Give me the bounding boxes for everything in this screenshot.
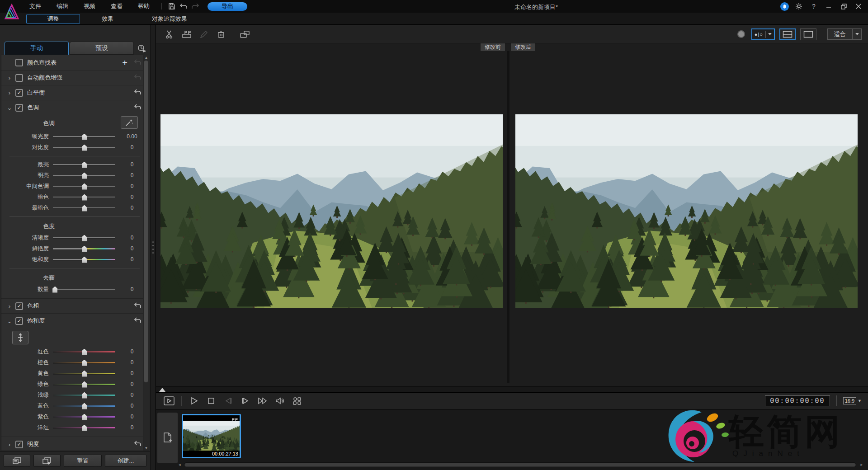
slider-track[interactable]: [53, 144, 115, 151]
chevron-right-icon[interactable]: ›: [6, 303, 13, 310]
slider-thumb[interactable]: [82, 392, 87, 399]
section-row-lightness[interactable]: › ✓ 明度: [1, 437, 149, 451]
slider-thumb[interactable]: [82, 403, 87, 409]
color-sample-icon[interactable]: [736, 29, 747, 40]
save-icon[interactable]: [166, 1, 178, 11]
playhead-icon[interactable]: [159, 388, 165, 392]
slider-track[interactable]: [53, 183, 115, 190]
minimize-icon[interactable]: [824, 1, 834, 11]
slider-thumb[interactable]: [82, 381, 87, 388]
slider-track[interactable]: [53, 424, 115, 431]
scrollbar-thumb[interactable]: [185, 463, 855, 466]
help-icon[interactable]: ?: [809, 1, 819, 11]
tab-adjust[interactable]: 调整: [26, 14, 80, 24]
reset-icon[interactable]: [134, 440, 142, 448]
split-view-button[interactable]: [779, 28, 796, 40]
draw-pen-icon[interactable]: [197, 28, 211, 41]
slider-thumb[interactable]: [82, 371, 87, 377]
reset-icon[interactable]: [134, 89, 142, 97]
checkbox-unchecked[interactable]: [15, 59, 23, 66]
scroll-down-icon[interactable]: ▼: [143, 446, 149, 450]
checkbox-checked[interactable]: ✓: [15, 441, 23, 448]
slider-track[interactable]: [53, 172, 115, 179]
tab-manual[interactable]: 手动: [5, 42, 69, 55]
section-row-auto-enhance[interactable]: › 自动颜色增强: [1, 70, 149, 85]
previous-frame-button[interactable]: [222, 395, 235, 407]
slider-thumb[interactable]: [82, 414, 87, 420]
single-view-button[interactable]: [800, 28, 816, 40]
volume-button[interactable]: [273, 395, 287, 407]
chevron-right-icon[interactable]: ›: [6, 89, 13, 96]
redo-icon[interactable]: [189, 1, 201, 11]
slider-thumb[interactable]: [82, 134, 87, 140]
slider-thumb[interactable]: [82, 235, 87, 241]
slider-track[interactable]: [53, 348, 115, 355]
checkbox-unchecked[interactable]: [15, 74, 23, 82]
copy-settings-button[interactable]: [4, 455, 30, 467]
menu-编辑[interactable]: 编辑: [49, 0, 76, 13]
section-row-hue[interactable]: › ✓ 色相: [1, 298, 149, 313]
export-button[interactable]: 导出: [208, 2, 247, 11]
slider-track[interactable]: [53, 245, 115, 252]
stop-button[interactable]: [204, 395, 218, 407]
chevron-right-icon[interactable]: ›: [6, 441, 13, 448]
delete-trash-icon[interactable]: [214, 28, 228, 41]
slider-thumb[interactable]: [52, 287, 57, 293]
section-row-tone[interactable]: ⌄ ✓ 色调: [1, 100, 149, 115]
notification-icon[interactable]: [780, 2, 789, 11]
history-icon[interactable]: [135, 42, 148, 55]
auto-tone-wand-icon[interactable]: [121, 116, 138, 129]
section-row-saturation[interactable]: ⌄ ✓ 饱和度: [1, 313, 149, 328]
slider-track[interactable]: [53, 133, 115, 140]
section-row-white-balance[interactable]: › ✓ 白平衡: [1, 85, 149, 100]
checkbox-checked[interactable]: ✓: [15, 89, 23, 97]
menu-视频[interactable]: 视频: [76, 0, 103, 13]
fast-forward-button[interactable]: [256, 395, 269, 407]
slider-track[interactable]: [53, 359, 115, 366]
panel-splitter[interactable]: [150, 25, 156, 470]
reset-icon[interactable]: [134, 317, 142, 325]
checkbox-checked[interactable]: ✓: [15, 104, 23, 112]
tab-effects[interactable]: 效果: [84, 14, 132, 24]
add-lut-icon[interactable]: +: [122, 60, 127, 66]
compare-divider[interactable]: [507, 51, 509, 383]
slider-track[interactable]: [53, 194, 115, 201]
play-in-window-button[interactable]: [162, 395, 176, 407]
slider-track[interactable]: [53, 392, 115, 399]
slider-track[interactable]: [53, 286, 115, 293]
pip-transform-icon[interactable]: [238, 28, 252, 41]
slider-thumb[interactable]: [82, 194, 87, 201]
seek-bar[interactable]: [156, 386, 868, 392]
slider-track[interactable]: [53, 370, 115, 377]
tab-presets[interactable]: 预设: [70, 42, 134, 55]
slider-track[interactable]: [53, 205, 115, 212]
scroll-left-icon[interactable]: ◂: [179, 462, 181, 467]
slider-thumb[interactable]: [82, 257, 87, 263]
scrollbar-thumb[interactable]: [144, 61, 148, 382]
checkbox-checked[interactable]: ✓: [15, 317, 23, 325]
chevron-down-icon[interactable]: ⌄: [6, 104, 13, 111]
sidebar-scrollbar[interactable]: ▲ ▼: [143, 55, 149, 451]
slider-thumb[interactable]: [82, 360, 87, 366]
settings-gear-icon[interactable]: [794, 1, 804, 11]
chevron-right-icon[interactable]: ›: [6, 75, 13, 81]
reset-icon[interactable]: [134, 302, 142, 310]
aspect-ratio-dropdown[interactable]: 16:9 ▼: [843, 397, 862, 404]
slider-track[interactable]: [53, 235, 115, 241]
menu-帮助[interactable]: 帮助: [130, 0, 157, 13]
slider-track[interactable]: [53, 381, 115, 388]
menu-查看[interactable]: 查看: [103, 0, 130, 13]
reset-icon[interactable]: [134, 74, 142, 82]
scroll-up-icon[interactable]: ▲: [143, 56, 149, 60]
restore-icon[interactable]: [839, 1, 849, 11]
timeline-clip[interactable]: 00:00:27:13: [182, 414, 241, 458]
create-preset-button[interactable]: 创建...: [105, 455, 146, 467]
timeline-scrollbar[interactable]: [184, 462, 856, 467]
reset-button[interactable]: 重置: [64, 455, 102, 467]
close-icon[interactable]: [854, 1, 863, 11]
slider-thumb[interactable]: [82, 425, 87, 431]
slider-track[interactable]: [53, 256, 115, 263]
menu-文件[interactable]: 文件: [22, 0, 49, 13]
undo-icon[interactable]: [178, 1, 189, 11]
slider-thumb[interactable]: [82, 205, 87, 212]
